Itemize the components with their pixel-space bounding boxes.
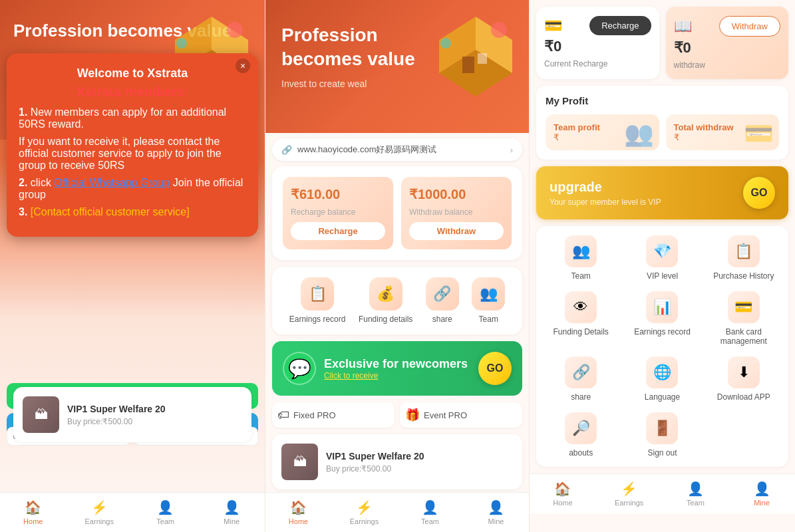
right-recharge-icon: 💳	[544, 17, 562, 35]
right-nav-home[interactable]: 🏠 Home	[530, 474, 596, 513]
withdraw-btn[interactable]: Withdraw	[409, 222, 504, 240]
left-nav-mine[interactable]: 👤 Mine	[199, 493, 265, 532]
grid-signout-icon: 🚪	[646, 412, 678, 444]
right-team-icon: 👤	[687, 481, 704, 497]
right-earnings-label: Earnings	[615, 499, 643, 507]
vip-price-mid: Buy price:₹500.00	[326, 464, 424, 473]
left-nav-team[interactable]: 👤 Team	[132, 493, 199, 532]
right-panel: 💳 Recharge ₹0 Current Recharge 📖 Withdra…	[530, 0, 795, 532]
grid-item-signout[interactable]: 🚪 Sign out	[627, 412, 697, 458]
mid-icon-menu: 📋 Earnings record 💰 Funding details 🔗 sh…	[272, 267, 522, 334]
popup-title: Welcome to Xstrata	[19, 66, 246, 80]
left-nav-home[interactable]: 🏠 Home	[0, 493, 67, 532]
grid-item-share[interactable]: 🔗 share	[546, 356, 616, 402]
newcomer-link[interactable]: Click to receive	[324, 371, 470, 380]
grid-item-team[interactable]: 👥 Team	[546, 235, 616, 281]
event-pro-mid[interactable]: 🎁 Event PRO	[400, 402, 522, 428]
right-nav-team[interactable]: 👤 Team	[663, 474, 729, 513]
mid-nav-home[interactable]: 🏠 Home	[265, 493, 331, 532]
grid-download-label: Download APP	[717, 392, 770, 402]
right-recharge-amount: ₹0	[544, 38, 651, 55]
popup-step3-link[interactable]: [Contact official customer service]	[31, 206, 190, 217]
grid-item-abouts[interactable]: 🔎 abouts	[546, 412, 616, 458]
earnings-label: Earnings	[85, 517, 114, 525]
earnings-record-icon: 📋	[301, 277, 334, 311]
mid-nav-earnings[interactable]: ⚡ Earnings	[331, 493, 397, 532]
mid-nav-team[interactable]: 👤 Team	[397, 493, 463, 532]
right-bottom-nav: 🏠 Home ⚡ Earnings 👤 Team 👤 Mine	[530, 473, 795, 513]
upgrade-go-btn[interactable]: GO	[743, 177, 775, 209]
svg-point-7	[176, 38, 187, 49]
newcomer-go-btn[interactable]: GO	[478, 352, 512, 385]
withdraw-balance-card: ₹1000.00 Withdraw balance Withdraw	[401, 177, 512, 249]
right-nav-earnings[interactable]: ⚡ Earnings	[596, 474, 663, 513]
fixed-pro-mid[interactable]: 🏷 Fixed PRO	[272, 402, 395, 428]
mid-isometric-icon	[426, 10, 526, 103]
right-home-icon: 🏠	[554, 481, 571, 497]
mid-team-label: Team	[421, 517, 439, 525]
share-icon: 🔗	[426, 277, 459, 311]
withdraw-amount: ₹1000.00	[409, 186, 504, 202]
grid-item-download[interactable]: ⬇ Download APP	[709, 356, 779, 402]
grid-item-language[interactable]: 🌐 Language	[627, 356, 697, 402]
vip-product-mid[interactable]: 🏔 VIP1 Super Welfare 20 Buy price:₹500.0…	[272, 434, 522, 489]
recharge-card: ₹610.00 Recharge balance Recharge	[283, 177, 393, 249]
vip-product-left[interactable]: 🏔 VIP1 Super Welfare 20 Buy price:₹500.0…	[13, 387, 251, 442]
grid-item-vip[interactable]: 💎 VIP level	[627, 235, 697, 281]
newcomer-banner[interactable]: 💬 Exclusive for newcomers Click to recei…	[272, 341, 522, 396]
right-team-label: Team	[687, 499, 705, 507]
grid-language-icon: 🌐	[646, 356, 678, 388]
mid-team-icon: 👤	[422, 499, 438, 515]
popup-step2: 2. click Official Whatsapp Group Join th…	[19, 177, 246, 201]
mid-mine-icon: 👤	[488, 499, 504, 515]
fixed-pro-mid-label: Fixed PRO	[293, 410, 336, 420]
team-profit-icon: 👥	[624, 120, 654, 148]
mid-nav-mine[interactable]: 👤 Mine	[463, 493, 529, 532]
mid-mine-label: Mine	[488, 517, 504, 525]
right-recharge-btn[interactable]: Recharge	[589, 16, 651, 35]
home-label: Home	[23, 517, 43, 525]
right-recharge-label: Current Recharge	[544, 59, 651, 68]
grid-share-label: share	[571, 392, 591, 402]
my-profit-title: My Profit	[546, 95, 779, 106]
recharge-btn[interactable]: Recharge	[291, 222, 385, 240]
right-withdraw-btn[interactable]: Withdraw	[719, 16, 780, 37]
home-icon: 🏠	[25, 499, 41, 515]
menu-earnings-record[interactable]: 📋 Earnings record	[289, 277, 346, 324]
vip-thumb-mid-icon: 🏔	[281, 444, 318, 480]
left-nav-earnings[interactable]: ⚡ Earnings	[67, 493, 133, 532]
mid-home-icon: 🏠	[290, 499, 307, 515]
grid-team-label: Team	[571, 271, 590, 281]
right-top-cards: 💳 Recharge ₹0 Current Recharge 📖 Withdra…	[530, 0, 795, 86]
grid-item-funding[interactable]: 👁 Funding Details	[546, 291, 616, 346]
team-profit-card[interactable]: Team profit ₹ 👥	[546, 114, 659, 150]
mine-icon: 👤	[224, 499, 240, 515]
total-withdraw-card[interactable]: Total withdraw ₹ 💳	[666, 114, 780, 150]
menu-team[interactable]: 👥 Team	[472, 277, 505, 324]
upgrade-title: upgrade	[550, 180, 661, 195]
total-withdraw-icon: 💳	[744, 120, 774, 148]
grid-item-earnings[interactable]: 📊 Earnings record	[627, 291, 697, 346]
url-bar[interactable]: 🔗 www.haoyicode.com好易源码网测试 ›	[272, 138, 522, 161]
fixed-icon: 🏷	[277, 408, 289, 422]
upgrade-subtitle: Your super member level is VIP	[550, 198, 661, 207]
menu-team-label: Team	[479, 315, 498, 324]
right-nav-mine[interactable]: 👤 Mine	[728, 474, 795, 513]
grid-abouts-label: abouts	[569, 448, 593, 458]
mid-banner-title: Professionbecomes value	[281, 23, 415, 72]
grid-item-purchase[interactable]: 📋 Purchase History	[709, 235, 779, 281]
mid-bottom-nav: 🏠 Home ⚡ Earnings 👤 Team 👤 Mine	[265, 492, 529, 532]
right-withdraw-card: 📖 Withdraw ₹0 withdraw	[666, 7, 789, 79]
menu-earnings-label: Earnings record	[289, 315, 346, 324]
upgrade-banner[interactable]: upgrade Your super member level is VIP G…	[536, 166, 788, 219]
event-icon: 🎁	[405, 408, 420, 422]
popup-step2-bold: 2.	[19, 177, 27, 188]
earnings-icon: ⚡	[91, 499, 108, 515]
vip-price: Buy price:₹500.00	[67, 417, 166, 426]
recharge-amount: ₹610.00	[291, 186, 385, 202]
menu-share[interactable]: 🔗 share	[426, 277, 459, 324]
grid-item-bank[interactable]: 💳 Bank card management	[709, 291, 779, 346]
menu-funding-details[interactable]: 💰 Funding details	[359, 277, 412, 324]
popup-close-btn[interactable]: ×	[236, 59, 250, 73]
popup-step2-link[interactable]: Official Whatsapp Group	[54, 177, 170, 188]
